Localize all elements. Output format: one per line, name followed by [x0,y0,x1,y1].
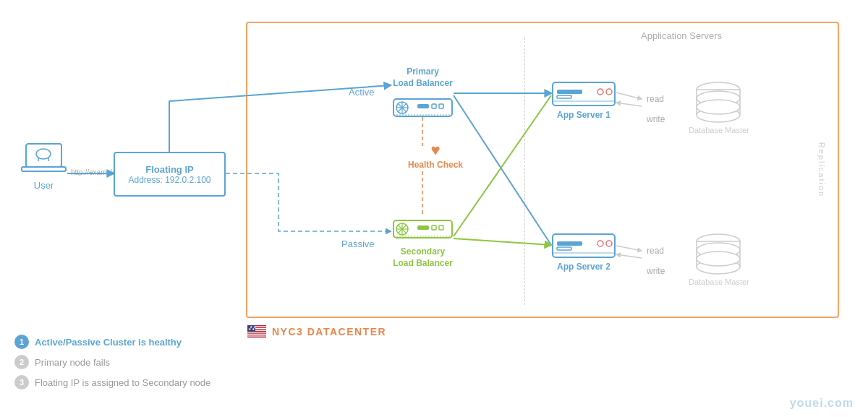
replication-label: Replication [817,142,826,197]
passive-label: Passive [341,238,375,249]
health-check-label: Health Check [408,160,463,170]
svg-line-45 [454,238,551,245]
write-label-1: write [647,114,665,124]
floating-ip-address: Address: 192.0.2.100 [128,175,210,185]
app-servers-label: Application Servers [641,30,722,41]
svg-rect-63 [26,144,61,167]
datacenter-box: Application Servers Replication Active P… [246,22,839,318]
svg-point-36 [697,100,740,114]
db-master-2: Database Master [689,233,749,286]
svg-rect-59 [247,337,266,338]
read-label-2: read [647,246,664,256]
svg-line-46 [616,93,642,99]
app-server-1-icon [551,81,616,107]
rw-labels-1: read write [647,94,665,124]
datacenter-label: ★ ★ ★ ★ NYC3 DATACENTER [247,325,386,338]
legend-circle-3: 3 [14,375,29,390]
db-master-1-label: Database Master [689,126,749,134]
db-master-2-icon [692,233,746,276]
svg-rect-27 [557,241,582,246]
floating-ip-title: Floating IP [145,164,193,175]
legend-circle-2: 2 [14,355,29,369]
write-label-2: write [647,266,665,276]
main-container: Application Servers Replication Active P… [0,0,868,417]
legend-text-1: Active/Passive Cluster is healthy [35,337,182,348]
health-check: ♥ Health Check [408,142,463,170]
legend-text-2: Primary node fails [35,357,110,368]
svg-rect-58 [247,335,266,335]
secondary-lb-icon [392,215,454,244]
secondary-lb: SecondaryLoad Balancer [392,215,454,269]
app-server-1-label: App Server 1 [557,110,610,120]
svg-rect-21 [557,90,582,94]
primary-lb-label: PrimaryLoad Balancer [393,66,453,89]
app-server-1: App Server 1 [551,81,616,120]
legend-item-3: 3 Floating IP is assigned to Secondary n… [14,375,210,390]
svg-rect-16 [417,225,429,230]
svg-line-48 [616,246,642,251]
read-label-1: read [647,94,664,104]
watermark: youei.com [790,397,854,410]
svg-line-47 [616,103,642,106]
svg-point-41 [697,252,740,266]
db-master-1-icon [692,81,746,124]
user-section: User [20,141,67,191]
legend-item-2: 2 Primary node fails [14,355,210,369]
divider-line [524,38,525,305]
legend-item-1: 1 Active/Passive Cluster is healthy [14,335,210,349]
svg-rect-6 [417,104,429,108]
datacenter-name: NYC3 DATACENTER [272,326,386,338]
legend-text-3: Floating IP is assigned to Secondary nod… [35,377,210,388]
laptop-icon [20,141,67,177]
legend-circle-1: 1 [14,335,29,349]
svg-line-43 [454,95,551,245]
us-flag-icon: ★ ★ ★ ★ [247,325,266,338]
user-label: User [34,180,54,191]
app-server-2-label: App Server 2 [557,262,610,272]
primary-lb: PrimaryLoad Balancer [392,66,454,122]
svg-rect-57 [247,332,266,333]
active-label: Active [349,87,374,98]
svg-line-44 [454,95,551,236]
db-master-2-label: Database Master [689,278,749,286]
primary-lb-icon [392,93,454,122]
svg-text:★ ★: ★ ★ [250,325,257,329]
db-master-1: Database Master [689,81,749,134]
secondary-lb-label: SecondaryLoad Balancer [393,246,453,269]
app-server-2: App Server 2 [551,233,616,272]
rw-labels-2: read write [647,246,665,276]
legend: 1 Active/Passive Cluster is healthy 2 Pr… [14,335,210,395]
svg-rect-67 [22,167,66,171]
app-server-2-icon [551,233,616,259]
svg-line-49 [616,254,642,258]
floating-ip-box: Floating IP Address: 192.0.2.100 [114,152,226,197]
heart-icon: ♥ [430,142,440,158]
